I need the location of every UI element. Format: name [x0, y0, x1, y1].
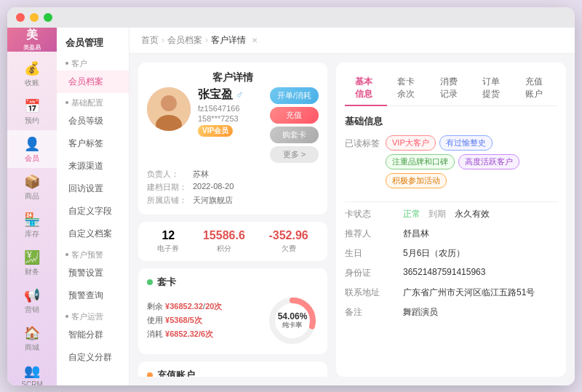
tabs-row: 基本信息 套卡余次 消费记录 订单提货 充值账户 — [345, 71, 557, 106]
sidebar-item-商品[interactable]: 📦 商品 — [7, 168, 57, 206]
left-sidebar: 美 美盈易 💰 收账 📅 预约 👤 会员 📦 商品 — [7, 28, 57, 385]
stat-voucher-value: 12 — [157, 229, 179, 242]
sidebar-item-库存[interactable]: 🏪 库存 — [7, 206, 57, 244]
finance-icon: 💹 — [24, 249, 40, 265]
main-window: 美 美盈易 💰 收账 📅 预约 👤 会员 📦 商品 — [7, 7, 575, 385]
nav-item-会员档案[interactable]: 会员档案 — [57, 71, 129, 93]
nav-item-来源渠道[interactable]: 来源渠道 — [57, 155, 129, 177]
toggle-button[interactable]: 开单/消耗 — [270, 87, 319, 104]
recommender-value: 舒昌林 — [403, 228, 557, 240]
stat-points-value: 15586.6 — [203, 229, 245, 242]
tab-recharge[interactable]: 充值账户 — [515, 71, 557, 106]
card-stats: 剩余 ¥36852.32/20次 使用 ¥5368/5次 消耗 ¥6852.32… — [147, 300, 222, 340]
donut-chart: 54.06% 纯卡率 — [266, 295, 319, 347]
more-button[interactable]: 更多 > — [270, 146, 319, 163]
nav-item-会员等级[interactable]: 会员等级 — [57, 110, 129, 132]
customer-info: 张宝盈 ♂ fz15647166 158***7253 VIP会员 — [198, 87, 263, 137]
sidebar-item-营销[interactable]: 📢 营销 — [7, 281, 57, 319]
stat-points: 15586.6 积分 — [203, 229, 245, 254]
breadcrumb-member[interactable]: 会员档案 — [167, 34, 202, 47]
tags-row: VIP大客户 有过愉整史 注重品牌和口碑 高度活跃客户 积极参加活动 — [386, 135, 557, 188]
birthday-value: 5月6日（农历） — [403, 247, 557, 260]
cash-icon: 💰 — [24, 60, 40, 76]
recharge-section-title: 充值账户 — [157, 369, 195, 377]
minimize-button[interactable] — [30, 13, 39, 22]
sidebar-label-商城: 商城 — [25, 343, 39, 353]
sidebar-item-收账[interactable]: 💰 收账 — [7, 55, 57, 92]
breadcrumb-home[interactable]: 首页 — [141, 34, 159, 47]
tab-card-balance[interactable]: 套卡余次 — [387, 71, 429, 106]
tag-active: 高度活跃客户 — [458, 154, 519, 169]
sidebar-item-会员[interactable]: 👤 会员 — [7, 130, 57, 168]
left-panel: 客户详情 张宝盈 — [138, 63, 327, 377]
close-button[interactable] — [16, 13, 25, 22]
breadcrumb-close-icon[interactable]: ✕ — [252, 36, 258, 44]
sidebar-item-scrm[interactable]: 👥 SCRM — [7, 357, 57, 385]
tag-vip: VIP大客户 — [386, 135, 436, 151]
shop-icon: 🏠 — [24, 325, 40, 341]
nav-item-客户标签[interactable]: 客户标签 — [57, 132, 129, 155]
stat-points-label: 积分 — [203, 244, 245, 254]
breadcrumb-detail[interactable]: 客户详情 — [211, 34, 246, 47]
card-section-header: 套卡 — [147, 276, 319, 289]
tab-consumption[interactable]: 消费记录 — [430, 71, 472, 106]
stat-voucher: 12 电子券 — [157, 229, 179, 254]
vip-badge: VIP会员 — [198, 125, 233, 137]
nav-item-自定义字段[interactable]: 自定义字段 — [57, 200, 129, 223]
card-section-title: 套卡 — [157, 276, 176, 289]
card-used: 使用 ¥5368/5次 — [147, 313, 222, 327]
buy-card-button[interactable]: 购套卡 — [270, 127, 319, 143]
nav-item-自定义分群[interactable]: 自定义分群 — [57, 346, 129, 369]
avatar — [147, 87, 191, 131]
calendar-icon: 📅 — [24, 98, 40, 114]
card-remaining: 剩余 ¥36852.32/20次 — [147, 300, 222, 313]
created-label: 建档日期： — [147, 182, 187, 193]
customer-phone: 158***7253 — [198, 114, 263, 123]
recharge-button[interactable]: 充值 — [270, 107, 319, 124]
inventory-icon: 🏪 — [24, 212, 40, 228]
birthday-label: 生日 — [345, 247, 403, 260]
customer-header-card: 客户详情 张宝盈 — [138, 63, 327, 215]
address-value: 广东省广州市天河区临江五路51号 — [403, 287, 557, 299]
customer-name: 张宝盈 ♂ — [198, 87, 263, 103]
tags-label: 已读标签 — [345, 135, 380, 150]
customer-id: fz15647166 — [198, 104, 263, 113]
maximize-button[interactable] — [44, 13, 52, 22]
card-consumed: 消耗 ¥6852.32/6次 — [147, 327, 222, 341]
product-icon: 📦 — [24, 174, 40, 190]
nav-item-回访设置[interactable]: 回访设置 — [57, 177, 129, 200]
nav-item-预警设置[interactable]: 预警设置 — [57, 262, 129, 284]
id-value: 36521487591415963 — [403, 267, 557, 279]
sidebar-label-财务: 财务 — [25, 267, 39, 277]
sidebar-label-商品: 商品 — [25, 191, 39, 201]
sidebar-item-财务[interactable]: 💹 财务 — [7, 244, 57, 281]
card-section: 套卡 剩余 ¥36852.32/20次 使用 ¥5368/5次 消耗 ¥6852… — [138, 268, 327, 354]
expiry-label: 到期 — [428, 209, 446, 219]
notes-label: 备注 — [345, 306, 403, 319]
gender-icon: ♂ — [236, 89, 244, 100]
donut-label: 54.06% 纯卡率 — [278, 311, 308, 329]
store-value: 天河旗舰店 — [193, 195, 319, 206]
logo-text: 美盈易 — [23, 44, 41, 52]
customer-top: 张宝盈 ♂ fz15647166 158***7253 VIP会员 — [147, 87, 319, 163]
nav-item-智能分群[interactable]: 智能分群 — [57, 324, 129, 346]
titlebar — [7, 7, 575, 28]
sidebar-item-商城[interactable]: 🏠 商城 — [7, 319, 57, 357]
nav-section-客户预警: 客户预警 — [57, 245, 129, 262]
nav-item-预警查询[interactable]: 预警查询 — [57, 284, 129, 307]
manager-value: 苏林 — [193, 169, 319, 180]
sidebar-label-库存: 库存 — [25, 229, 39, 239]
detail-body: 客户详情 张宝盈 — [129, 54, 575, 385]
nav-item-自定义档案[interactable]: 自定义档案 — [57, 223, 129, 245]
action-buttons: 开单/消耗 充值 购套卡 更多 > — [270, 87, 319, 163]
svg-point-1 — [161, 95, 177, 111]
sidebar-items: 💰 收账 📅 预约 👤 会员 📦 商品 🏪 库存 — [7, 52, 57, 385]
section-subtitle: 基础信息 — [345, 115, 557, 128]
member-icon: 👤 — [24, 136, 40, 152]
stat-debt: -352.96 欠费 — [268, 229, 308, 254]
customer-meta: 负责人： 苏林 建档日期： 2022-08-20 所属店铺： 天河旗舰店 — [147, 169, 319, 206]
tab-basic-info[interactable]: 基本信息 — [345, 71, 387, 106]
tab-order[interactable]: 订单提货 — [472, 71, 514, 106]
sidebar-item-预约[interactable]: 📅 预约 — [7, 92, 57, 130]
sidebar-label-预约: 预约 — [25, 116, 39, 126]
